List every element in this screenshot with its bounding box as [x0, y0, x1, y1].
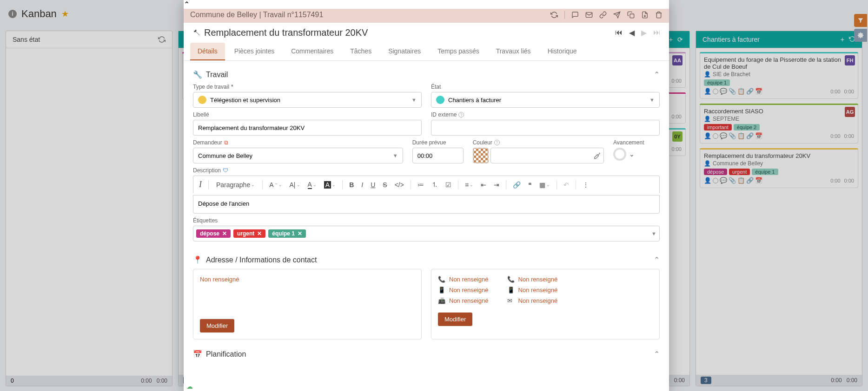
tag-chip: urgent✕: [233, 229, 265, 238]
info-icon[interactable]: ?: [458, 112, 464, 117]
strike-button[interactable]: S: [380, 179, 390, 190]
label-couleur: Couleur ?: [473, 139, 604, 146]
tag-chip: équipe 1✕: [268, 229, 306, 238]
copy-icon[interactable]: [627, 11, 635, 19]
color-swatch[interactable]: [473, 148, 489, 163]
label-description: Description 🛡: [193, 167, 660, 174]
heading-select[interactable]: Paragraphe⌄: [212, 180, 258, 190]
tab-history[interactable]: Historique: [540, 43, 584, 60]
ol-button[interactable]: ⒈: [429, 179, 441, 191]
table-button[interactable]: ▦⌄: [537, 179, 553, 190]
nav-first-icon[interactable]: ⏮: [615, 28, 623, 37]
svg-rect-2: [630, 14, 634, 18]
shield-icon[interactable]: 🛡: [223, 167, 228, 174]
tab-comments[interactable]: Commentaires: [284, 43, 341, 60]
modal-body: 🔧Travail ⌃ Type de travail * Télégestion…: [184, 61, 669, 391]
nav-prev-icon[interactable]: ◀: [629, 28, 635, 37]
chevron-down-icon: ▼: [649, 97, 655, 103]
external-link-icon[interactable]: ⧉: [224, 139, 228, 146]
label-demandeur: Demandeur ⧉: [193, 139, 403, 146]
remove-tag-icon[interactable]: ✕: [298, 230, 302, 237]
description-editor[interactable]: Dépose de l'ancien: [193, 195, 660, 214]
avancement-control[interactable]: ⌄: [613, 148, 660, 161]
phone-icon: 📞: [438, 276, 444, 283]
textcolor-select[interactable]: A⌄: [305, 179, 319, 191]
label-etat: État: [431, 84, 660, 90]
modal-tabs: Détails Pièces jointes Commentaires Tâch…: [184, 43, 669, 61]
chevron-up-icon[interactable]: ⌃: [654, 70, 660, 79]
address-line: Non renseigné: [200, 276, 415, 283]
modal-title-row: Remplacement du transformateur 20KV ⏮ ◀ …: [184, 23, 669, 43]
editor-toolbar: I Paragraphe⌄ A⁻⌄ A|⌄ A⌄ A⌄ B I U S </> …: [193, 176, 660, 193]
duree-input[interactable]: [412, 148, 464, 163]
modify-contact-button[interactable]: Modifier: [438, 313, 472, 326]
modal-title: Remplacement du transformateur 20KV: [204, 27, 368, 38]
mail-icon[interactable]: [585, 11, 593, 19]
contact-info-panel: 📞Non renseigné 📱Non renseigné 📠Non rense…: [431, 269, 660, 339]
tab-signatories[interactable]: Signataires: [381, 43, 428, 60]
chevron-down-icon[interactable]: ▼: [651, 231, 656, 236]
undo-button[interactable]: ↶: [561, 179, 572, 190]
mail-icon: ✉: [507, 297, 514, 304]
chevron-down-icon: ▼: [393, 153, 398, 158]
refresh-icon[interactable]: [550, 11, 558, 19]
modify-address-button[interactable]: Modifier: [200, 319, 234, 332]
progress-ring-icon: [613, 148, 626, 161]
close-icon[interactable]: ⌃: [184, 0, 669, 9]
label-libelle: Libellé: [193, 111, 422, 118]
link-button[interactable]: 🔗: [510, 179, 523, 190]
section-planification[interactable]: 📅Planification ⌃: [193, 345, 660, 363]
tab-details[interactable]: Détails: [190, 43, 225, 60]
chevron-down-icon[interactable]: ⌄: [629, 150, 635, 158]
section-adresse[interactable]: 📍Adresse / Informations de contact ⌃: [193, 251, 660, 269]
label-idext: ID externe ?: [431, 111, 660, 118]
chevron-up-icon[interactable]: ⌃: [654, 350, 660, 358]
etat-select[interactable]: Chantiers à facturer ▼: [431, 92, 660, 108]
remove-tag-icon[interactable]: ✕: [222, 230, 227, 237]
address-panel: Non renseigné Modifier: [193, 269, 422, 339]
bold-button[interactable]: B: [346, 179, 357, 190]
ul-button[interactable]: ≔: [415, 179, 427, 190]
wrench-icon: 🔧: [193, 70, 202, 79]
download-icon[interactable]: [641, 11, 649, 19]
code-button[interactable]: </>: [392, 179, 407, 190]
color-input[interactable]: [490, 148, 604, 163]
section-travail[interactable]: 🔧Travail ⌃: [193, 65, 660, 84]
libelle-input[interactable]: [193, 120, 422, 136]
tab-timespent[interactable]: Temps passés: [430, 43, 486, 60]
chevron-up-icon[interactable]: ⌃: [654, 255, 660, 264]
fontfamily-select[interactable]: A|⌄: [287, 179, 303, 190]
idexterne-input[interactable]: [431, 120, 660, 136]
indent-button[interactable]: ⇥: [491, 179, 502, 190]
align-select[interactable]: ≡⌄: [462, 179, 476, 190]
tab-attachments[interactable]: Pièces jointes: [227, 43, 282, 60]
cloud-icon[interactable]: ☁: [186, 383, 193, 390]
comment-icon[interactable]: [571, 11, 579, 19]
fontsize-select[interactable]: A⁻⌄: [266, 179, 285, 190]
highlight-select[interactable]: A⌄: [321, 179, 338, 190]
eyedropper-icon[interactable]: [593, 152, 601, 159]
more-button[interactable]: ⋮: [580, 179, 592, 190]
tags-input[interactable]: dépose✕ urgent✕ équipe 1✕ ▼: [193, 226, 660, 241]
blockquote-button[interactable]: ❝: [525, 179, 535, 190]
tab-linked[interactable]: Travaux liés: [489, 43, 538, 60]
info-icon[interactable]: ?: [494, 140, 500, 145]
calendar-icon: 📅: [193, 350, 202, 358]
send-icon[interactable]: [613, 11, 621, 19]
underline-button[interactable]: U: [368, 179, 378, 190]
remove-tag-icon[interactable]: ✕: [257, 230, 262, 237]
link-icon[interactable]: [599, 11, 607, 19]
tag-chip: dépose✕: [196, 229, 231, 238]
nav-next-icon[interactable]: ▶: [641, 28, 647, 37]
trash-icon[interactable]: [655, 11, 663, 19]
italic-button[interactable]: I: [358, 179, 366, 190]
type-select[interactable]: Télégestion et supervision ▼: [193, 92, 422, 108]
cursor-icon[interactable]: I: [196, 178, 205, 191]
outdent-button[interactable]: ⇤: [478, 179, 489, 190]
demandeur-select[interactable]: Commune de Belley ▼: [193, 148, 403, 163]
nav-last-icon[interactable]: ⏭: [653, 28, 661, 37]
checklist-button[interactable]: ☑: [443, 179, 454, 190]
label-etiquettes: Étiquettes: [193, 217, 660, 224]
tab-tasks[interactable]: Tâches: [343, 43, 379, 60]
modal-breadcrumb: Commune de Belley | Travail n°1157491: [190, 11, 323, 19]
